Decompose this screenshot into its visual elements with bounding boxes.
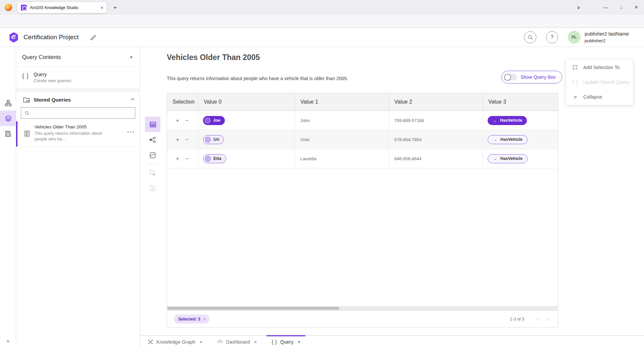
query-item-title: Query bbox=[34, 72, 47, 77]
entity-cell: Joe bbox=[198, 111, 295, 130]
stored-query-description: This query returns information about peo… bbox=[35, 131, 106, 142]
select-arrow-icon bbox=[149, 169, 156, 177]
column-header-value0[interactable]: Value 0 bbox=[198, 93, 295, 111]
stored-query-title: Vehicles Older Than 2005 bbox=[35, 124, 87, 129]
table-icon bbox=[149, 121, 157, 128]
remove-selection-icon[interactable]: − bbox=[185, 118, 189, 123]
menu-item-add-selection-to[interactable]: Add Selection To bbox=[566, 60, 633, 75]
remove-selection-icon[interactable]: − bbox=[185, 156, 189, 162]
scrollbar-thumb[interactable] bbox=[167, 307, 339, 310]
tab-query[interactable]: { } Query × bbox=[266, 336, 305, 348]
entity-pill[interactable]: Etta bbox=[203, 154, 226, 163]
rail-item-data-model[interactable] bbox=[0, 95, 16, 111]
relationship-cell: →HasVehicle bbox=[483, 111, 558, 130]
tab-close-icon[interactable]: × bbox=[254, 339, 257, 345]
bottom-tab-bar: Knowledge Graph × Dashboard × { } Query … bbox=[140, 335, 644, 348]
page-description: This query returns information about peo… bbox=[167, 76, 348, 81]
dashboard-gauge-icon bbox=[217, 339, 223, 345]
user-name-line2: publisher2 bbox=[585, 38, 629, 44]
relationship-pill[interactable]: →HasVehicle bbox=[488, 154, 528, 163]
stored-queries-search[interactable] bbox=[21, 107, 135, 119]
tab-knowledge-graph[interactable]: Knowledge Graph × bbox=[143, 336, 207, 348]
toolbar-divider bbox=[147, 164, 158, 164]
panel-close-icon[interactable]: × bbox=[127, 53, 136, 62]
column-header-value2[interactable]: Value 2 bbox=[389, 93, 483, 111]
search-button[interactable] bbox=[524, 31, 536, 43]
table-view-button[interactable] bbox=[145, 117, 160, 132]
firefox-logo-icon[interactable] bbox=[5, 4, 12, 11]
table-row: + − Joe John 759-889-57168 →HasVehicle bbox=[167, 111, 558, 130]
rail-item-save[interactable] bbox=[0, 126, 16, 141]
collapse-caret-icon[interactable] bbox=[130, 97, 135, 102]
tab-close-icon[interactable]: × bbox=[298, 339, 300, 345]
table-footer: Selected: 3 × 1-3 of 3 ‹ › bbox=[167, 310, 558, 327]
new-tab-button[interactable]: + bbox=[111, 3, 119, 12]
window-maximize-button[interactable]: □ bbox=[613, 0, 629, 15]
panel-title: Query Contents bbox=[22, 54, 61, 60]
value2-cell: 846-956-8644 bbox=[389, 149, 483, 168]
expand-rail-button[interactable]: » bbox=[0, 334, 16, 347]
tab-label: Query bbox=[280, 339, 294, 345]
query-create-item[interactable]: { } Query Create new queries bbox=[16, 67, 140, 89]
relationship-cell: →HasVehicle bbox=[483, 130, 558, 149]
entity-pill[interactable]: Uri bbox=[203, 135, 224, 144]
browser-tab-bar: ArcGIS Knowledge Studio × + ∨ — □ × bbox=[0, 0, 644, 15]
map-view-button[interactable] bbox=[145, 148, 160, 163]
window-close-button[interactable]: × bbox=[629, 0, 644, 15]
selection-cell: + − bbox=[167, 130, 198, 149]
add-selection-icon[interactable]: + bbox=[176, 137, 179, 142]
value1-cell: Uriel bbox=[295, 130, 389, 149]
graph-view-button[interactable] bbox=[145, 132, 160, 148]
arcgis-favicon-icon bbox=[21, 5, 27, 11]
browser-tab[interactable]: ArcGIS Knowledge Studio × bbox=[17, 2, 107, 13]
search-icon bbox=[24, 111, 30, 116]
window-minimize-button[interactable]: — bbox=[598, 0, 613, 15]
relationship-pill[interactable]: →HasVehicle bbox=[488, 116, 527, 125]
remove-selection-icon[interactable]: − bbox=[185, 137, 189, 142]
add-to-icon bbox=[572, 64, 579, 70]
value1-cell: John bbox=[295, 111, 389, 130]
list-all-tabs-icon[interactable]: ∨ bbox=[571, 0, 586, 15]
table-header-row: Selection Value 0 Value 1 Value 2 Value … bbox=[167, 93, 558, 111]
tab-title: ArcGIS Knowledge Studio bbox=[30, 5, 98, 10]
stored-query-list-item[interactable]: Vehicles Older Than 2005 This query retu… bbox=[16, 121, 140, 147]
toggle-switch[interactable] bbox=[504, 74, 517, 80]
stored-queries-header[interactable]: Stored Queries bbox=[16, 92, 140, 108]
stored-query-icon bbox=[23, 130, 31, 137]
show-query-box-label: Show Query Box bbox=[521, 74, 556, 80]
next-page-icon[interactable]: › bbox=[543, 314, 553, 324]
map-icon bbox=[149, 152, 156, 159]
layers-icon bbox=[5, 115, 12, 122]
arrow-right-icon: → bbox=[493, 156, 497, 161]
tab-dashboard[interactable]: Dashboard × bbox=[212, 336, 262, 348]
column-header-value1[interactable]: Value 1 bbox=[295, 93, 389, 111]
menu-item-collapse[interactable]: » Collapse bbox=[566, 90, 633, 104]
column-header-selection[interactable]: Selection bbox=[167, 93, 198, 111]
selected-count-chip[interactable]: Selected: 3 × bbox=[174, 314, 209, 324]
menu-item-label: Update Stored Query bbox=[583, 79, 629, 85]
clear-selection-icon[interactable]: × bbox=[203, 317, 206, 322]
previous-page-icon[interactable]: ‹ bbox=[533, 314, 543, 324]
horizontal-scrollbar[interactable] bbox=[167, 306, 558, 310]
stored-queries-title: Stored Queries bbox=[34, 97, 71, 103]
tab-close-icon[interactable]: × bbox=[101, 5, 103, 10]
add-selection-icon[interactable]: + bbox=[176, 156, 179, 162]
tab-close-icon[interactable]: × bbox=[200, 339, 202, 345]
pagination-range: 1-3 of 3 bbox=[510, 317, 524, 322]
toggle-knob bbox=[504, 74, 511, 81]
braces-icon: { } bbox=[572, 79, 579, 85]
rail-item-contents[interactable] bbox=[0, 111, 16, 126]
show-query-box-toggle[interactable]: Show Query Box bbox=[501, 71, 562, 83]
add-selection-icon[interactable]: + bbox=[176, 118, 179, 123]
user-name-line1: publisher2 lastName bbox=[585, 31, 629, 38]
entity-pill[interactable]: Joe bbox=[203, 116, 225, 125]
help-button[interactable]: ? bbox=[546, 31, 558, 43]
column-header-value3[interactable]: Value 3 bbox=[483, 93, 558, 111]
edit-title-pencil-icon[interactable] bbox=[89, 33, 97, 42]
stored-queries-search-input[interactable] bbox=[32, 111, 132, 116]
stored-query-more-icon[interactable]: ··· bbox=[127, 129, 135, 135]
user-name[interactable]: publisher2 lastName publisher2 bbox=[585, 31, 629, 44]
avatar[interactable]: PL bbox=[568, 31, 581, 44]
relationship-pill[interactable]: →HasVehicle bbox=[488, 135, 528, 144]
context-menu: Add Selection To { } Update Stored Query… bbox=[565, 59, 633, 105]
